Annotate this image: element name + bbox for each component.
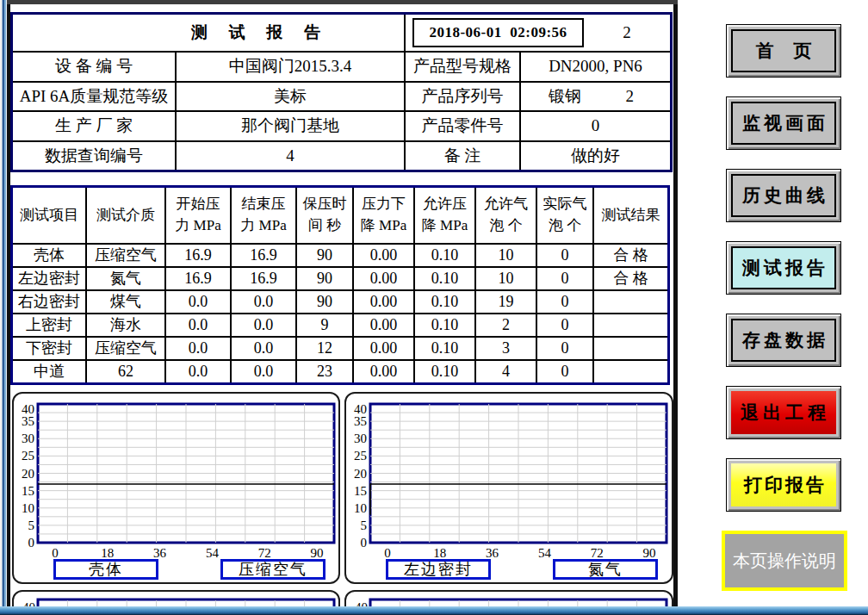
- sidebar-button-saved-data[interactable]: 存盘数据: [726, 314, 841, 367]
- test-table-cell: 0.0: [166, 361, 230, 382]
- test-table-header-cell: 允许压 降 MPa: [415, 188, 474, 243]
- x-tick-label: 0: [384, 546, 391, 559]
- chart-item-label: 壳体: [53, 559, 158, 580]
- test-table-cell: [594, 291, 667, 313]
- test-table-cell: 23: [297, 361, 352, 382]
- test-table-cell: 0.00: [354, 338, 413, 359]
- sidebar-button-label: 打印报告: [731, 463, 836, 506]
- x-tick-label: 90: [311, 546, 324, 559]
- x-tick-label: 0: [52, 546, 59, 559]
- sidebar-button-monitor[interactable]: 监视画面: [726, 96, 841, 150]
- sidebar-button-history-curve[interactable]: 历史曲线: [726, 169, 841, 222]
- test-table-header-cell: 测试项目: [13, 188, 85, 243]
- test-table-cell: 2: [476, 314, 536, 336]
- info-label-cell: 产品零件号: [406, 112, 519, 140]
- y-tick-label: 40: [355, 600, 368, 606]
- test-table-cell: 10: [476, 268, 536, 289]
- x-tick-label: 54: [206, 546, 220, 559]
- test-table-cell: [594, 338, 667, 359]
- test-table-cell: 合 格: [594, 245, 667, 266]
- info-value-cell: DN2000, PN6: [521, 53, 670, 81]
- y-tick-label: 40: [22, 402, 34, 416]
- test-table-cell: 16.9: [166, 268, 230, 289]
- sidebar-button-exit-project[interactable]: 退出工程: [726, 386, 841, 439]
- test-table-cell: 0: [537, 314, 592, 336]
- test-table-cell: [594, 361, 667, 382]
- y-tick-label: 25: [22, 449, 34, 463]
- sidebar-button-label: 历史曲线: [731, 174, 836, 217]
- y-tick-label: 40: [354, 402, 367, 416]
- info-label-cell: 设 备 编 号: [13, 53, 175, 81]
- info-value-part: 2: [626, 87, 635, 106]
- test-table-header-cell: 结束压 力 MPa: [232, 188, 295, 243]
- pressure-chart-group-4: 40: [344, 590, 673, 606]
- chart-label-row: 左边密封氮气: [346, 559, 672, 581]
- test-table-cell: 3: [476, 338, 536, 359]
- pressure-chart-group-2: 051015202530354001836547290左边密封氮气: [344, 392, 673, 584]
- y-tick-label: 0: [361, 536, 368, 550]
- pressure-chart-plot: 40: [346, 592, 671, 606]
- sidebar-button-page-help[interactable]: 本页操作说明: [722, 531, 847, 591]
- test-table-header-cell: 实际气 泡 个: [537, 188, 592, 243]
- test-table-cell: 0: [537, 245, 592, 266]
- y-tick-label: 35: [22, 414, 34, 428]
- test-table-cell: 压缩空气: [87, 245, 164, 266]
- sidebar-button-label: 首 页: [731, 29, 836, 72]
- test-table-cell: 16.9: [232, 245, 295, 266]
- info-value-cell: 4: [177, 142, 404, 171]
- sidebar-button-test-report[interactable]: 测试报告: [726, 241, 841, 295]
- info-label-cell: 数据查询编号: [13, 142, 175, 171]
- test-table-cell: 煤气: [87, 291, 164, 313]
- test-report-page: 测 试 报 告 2018-06-01 02:09:56 2 设 备 编 号中国阀…: [7, 4, 678, 606]
- sidebar-button-print-report[interactable]: 打印报告: [726, 458, 841, 512]
- test-table-cell: 0.00: [354, 245, 413, 266]
- info-label-cell: 产品序列号: [406, 83, 519, 111]
- timestamp-display: 2018-06-01 02:09:56: [412, 18, 584, 47]
- test-table-cell: 90: [297, 268, 352, 289]
- test-table-cell: 0.10: [415, 314, 474, 336]
- y-tick-label: 30: [22, 432, 34, 445]
- y-tick-label: 5: [361, 519, 368, 532]
- pressure-chart-plot: 051015202530354001836547290: [346, 394, 671, 559]
- pressure-chart-plot: 051015202530354001836547290: [14, 394, 338, 559]
- y-tick-label: 10: [22, 501, 34, 515]
- window-left-edge: [0, 0, 7, 615]
- test-table-cell: 0.10: [415, 291, 474, 313]
- test-table-header-cell: 允许气 泡 个: [476, 188, 536, 243]
- test-table-cell: 62: [87, 361, 164, 382]
- test-table-cell: 左边密封: [13, 268, 85, 289]
- y-tick-label: 0: [28, 536, 35, 550]
- test-table-cell: 4: [476, 361, 536, 382]
- y-tick-label: 30: [354, 432, 367, 445]
- test-table-cell: 16.9: [232, 268, 295, 289]
- sidebar-button-home[interactable]: 首 页: [726, 24, 841, 78]
- test-table-cell: 壳体: [13, 245, 85, 266]
- nav-sidebar: 首 页监视画面历史曲线测试报告存盘数据退出工程打印报告本页操作说明: [678, 4, 868, 606]
- chart-label-row: 壳体压缩空气: [14, 559, 338, 581]
- sidebar-button-label: 存盘数据: [731, 319, 836, 362]
- test-results-table: 测试项目测试介质开始压 力 MPa结束压 力 MPa保压时 间 秒压力下 降 M…: [10, 185, 670, 385]
- sidebar-button-label: 监视画面: [731, 102, 836, 145]
- info-label-cell: 产品型号规格: [406, 53, 519, 81]
- info-value-cell: 中国阀门2015.3.4: [177, 53, 404, 81]
- test-table-header-cell: 保压时 间 秒: [297, 188, 352, 243]
- sidebar-button-label: 测试报告: [731, 246, 836, 289]
- test-table-cell: 0.00: [354, 268, 413, 289]
- test-table-cell: 12: [297, 338, 352, 359]
- y-tick-label: 15: [22, 484, 34, 498]
- test-table-header-cell: 测试介质: [87, 188, 164, 243]
- test-table-cell: 0.0: [232, 338, 295, 359]
- chart-medium-label: 压缩空气: [220, 559, 326, 580]
- info-value-cell: 美标: [177, 83, 404, 111]
- test-table-cell: 氮气: [87, 268, 164, 289]
- test-table-cell: 上密封: [13, 314, 85, 336]
- x-tick-label: 54: [538, 546, 552, 559]
- test-table-cell: 16.9: [166, 245, 230, 266]
- report-copy-number: 2: [584, 23, 670, 42]
- test-table-cell: 右边密封: [13, 291, 85, 313]
- pressure-chart-plot: 40: [14, 592, 338, 606]
- test-table-cell: 0: [537, 268, 592, 289]
- pressure-chart-group-3: 40: [12, 590, 340, 606]
- test-table-cell: 压缩空气: [87, 338, 164, 359]
- test-table-cell: 0.10: [415, 361, 474, 382]
